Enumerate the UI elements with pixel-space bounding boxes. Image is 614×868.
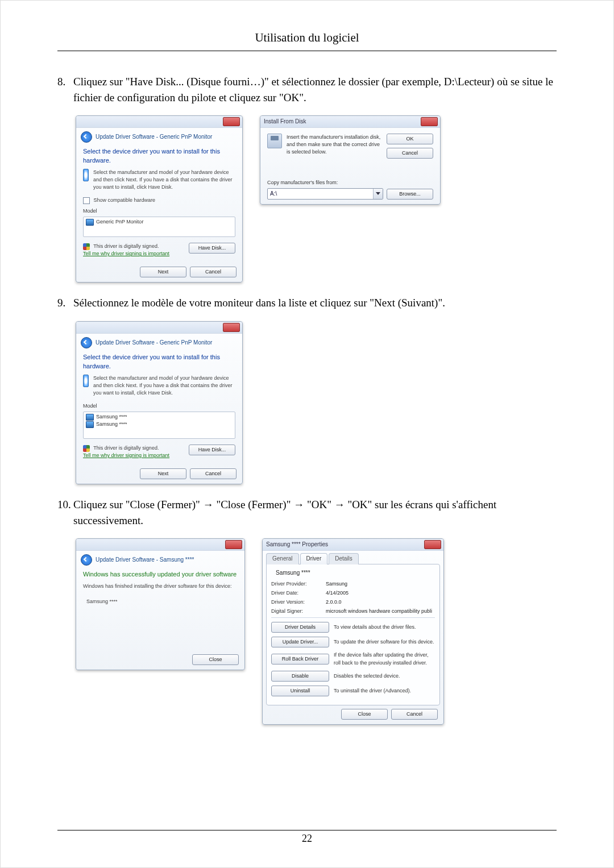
disc-icon [83,169,89,181]
step-8-text: Cliquez sur "Have Disk... (Disque fourni… [73,76,553,103]
back-icon[interactable] [81,131,92,143]
breadcrumb-text: Update Driver Software - Generic PnP Mon… [96,133,212,142]
properties-title: Samsung **** Properties [266,541,328,547]
cancel-button[interactable]: Cancel [190,267,237,277]
have-disk-button[interactable]: Have Disk... [189,243,235,254]
next-button[interactable]: Next [140,267,186,277]
step-9-text: Sélectionnez le modèle de votre moniteur… [73,297,445,309]
kv-provider-key: Driver Provider: [271,580,326,588]
tab-general[interactable]: General [266,553,299,564]
drive-value: A:\ [268,189,373,199]
titlebar [76,322,242,334]
close-icon[interactable] [424,540,441,549]
show-compatible-label: Show compatible hardware [94,197,156,203]
browse-button[interactable]: Browse... [387,189,433,200]
step-10-text: Cliquez sur "Close (Fermer)" → "Close (F… [73,499,496,526]
have-disk-button[interactable]: Have Disk... [189,445,235,455]
success-subtext: Windows has finished installing the driv… [83,583,238,590]
step-10-number: 10. [57,497,73,513]
floppy-icon [267,134,282,148]
disc-icon [83,375,89,387]
cancel-button[interactable]: Cancel [190,468,237,479]
titlebar: Samsung **** Properties [263,539,443,551]
step-10: 10. Cliquez sur "Close (Fermer)" → "Clos… [73,497,557,725]
roll-back-driver-desc: If the device fails after updating the d… [334,651,435,666]
drive-combobox[interactable]: A:\ [267,188,383,200]
breadcrumb-text: Update Driver Software - Generic PnP Mon… [96,339,212,347]
dialog-heading: Select the device driver you want to ins… [83,147,235,165]
close-button[interactable]: Close [192,654,239,665]
kv-signer-key: Digital Signer: [271,608,326,615]
back-icon[interactable] [81,337,92,348]
tab-driver[interactable]: Driver [300,553,328,564]
update-driver-desc: To update the driver software for this d… [334,638,435,646]
chevron-down-icon[interactable] [373,189,383,199]
signed-text: This driver is digitally signed. [93,445,159,451]
cancel-button[interactable]: Cancel [387,148,433,159]
close-icon[interactable] [421,117,438,126]
titlebar-spacer [80,541,81,547]
dialog-properties: Samsung **** Properties General Driver D… [262,538,444,725]
install-from-disk-title: Install From Disk [264,118,306,124]
step-9-number: 9. [57,295,73,311]
install-from-disk-instruction: Insert the manufacturer's installation d… [287,134,382,156]
close-icon[interactable] [223,323,240,332]
ok-button[interactable]: OK [387,134,433,144]
monitor-icon [86,414,94,421]
model-header: Model [83,402,235,410]
step-8-number: 8. [57,74,73,90]
disable-button[interactable]: Disable [271,671,329,682]
show-compatible-checkbox[interactable] [83,197,90,204]
next-button[interactable]: Next [140,468,186,479]
copy-from-label: Copy manufacturer's files from: [267,179,433,186]
page-number: 22 [57,830,557,845]
close-icon[interactable] [223,117,240,126]
step-9: 9. Sélectionnez le modèle de votre monit… [73,295,557,484]
uninstall-button[interactable]: Uninstall [271,686,329,696]
shield-icon [83,445,90,452]
signed-text: This driver is digitally signed. [93,243,159,249]
close-button[interactable]: Close [341,709,388,720]
kv-signer-val: microsoft windows hardware compatibility… [326,608,432,615]
titlebar [76,539,244,551]
page-title: Utilisation du logiciel [57,31,557,45]
dialog-heading: Windows has successfully updated your dr… [83,570,238,579]
hint-text: Select the manufacturer and model of you… [93,169,235,191]
model-item-1[interactable]: Samsung **** [86,413,233,421]
kv-date-key: Driver Date: [271,589,326,597]
signing-info-link[interactable]: Tell me why driver signing is important [83,251,169,256]
cancel-button[interactable]: Cancel [391,709,438,720]
titlebar-spacer [80,324,81,330]
update-driver-button[interactable]: Update Driver... [271,637,329,647]
dialog-update-success: Update Driver Software - Samsung **** Wi… [76,538,245,670]
dialog-heading: Select the device driver you want to ins… [83,353,235,371]
kv-date-val: 4/14/2005 [326,589,349,597]
kv-version-val: 2.0.0.0 [326,599,342,606]
model-item-2[interactable]: Samsung **** [86,421,233,428]
model-list[interactable]: Generic PnP Monitor [83,217,235,237]
dialog-update-driver-have-disk: Update Driver Software - Generic PnP Mon… [76,115,243,283]
tab-panel-driver: Samsung **** Driver Provider:Samsung Dri… [266,564,440,705]
tab-details[interactable]: Details [329,553,359,564]
close-icon[interactable] [225,540,242,549]
driver-details-button[interactable]: Driver Details [271,622,329,633]
monitor-icon [86,421,94,428]
back-icon[interactable] [81,554,92,566]
monitor-icon [86,219,94,226]
shield-icon [83,243,90,250]
titlebar: Install From Disk [260,116,440,128]
disable-desc: Disables the selected device. [334,672,435,680]
driver-details-desc: To view details about the driver files. [334,624,435,631]
model-item[interactable]: Generic PnP Monitor [96,219,143,225]
model-header: Model [83,207,235,215]
model-list[interactable]: Samsung **** Samsung **** [83,412,235,439]
uninstall-desc: To uninstall the driver (Advanced). [334,687,435,695]
titlebar [76,116,242,128]
step-8: 8. Cliquez sur "Have Disk... (Disque fou… [73,74,557,283]
hint-text: Select the manufacturer and model of you… [93,375,235,397]
signing-info-link[interactable]: Tell me why driver signing is important [83,452,169,458]
title-underline [57,51,557,51]
dialog-install-from-disk: Install From Disk Insert the manufacture… [260,115,441,205]
roll-back-driver-button[interactable]: Roll Back Driver [271,654,329,665]
device-name: Samsung **** [276,569,310,578]
